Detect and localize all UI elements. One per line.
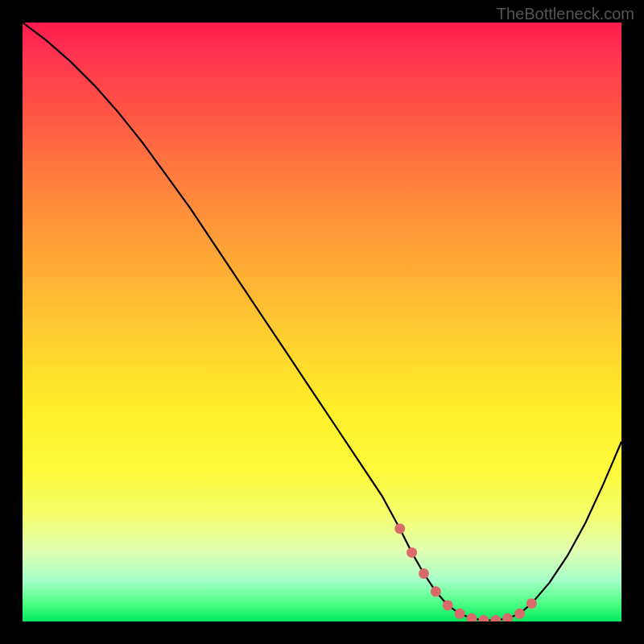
bottleneck-curve: [23, 23, 621, 621]
marker-dot: [407, 547, 417, 558]
marker-dot: [455, 609, 465, 619]
marker-dot: [514, 609, 525, 619]
marker-dot: [490, 615, 501, 621]
chart-container: TheBottleneck.com: [0, 0, 644, 644]
marker-dot: [502, 613, 513, 621]
marker-dot: [526, 598, 537, 609]
chart-svg: [23, 23, 621, 621]
curve-markers: [394, 523, 537, 621]
marker-dot: [394, 523, 405, 534]
curve-line: [23, 23, 621, 621]
marker-dot: [431, 586, 441, 597]
plot-area: [23, 23, 621, 621]
marker-dot: [443, 600, 453, 610]
marker-dot: [419, 568, 429, 579]
watermark-text: TheBottleneck.com: [497, 5, 634, 23]
marker-dot: [467, 613, 477, 621]
marker-dot: [478, 615, 489, 621]
